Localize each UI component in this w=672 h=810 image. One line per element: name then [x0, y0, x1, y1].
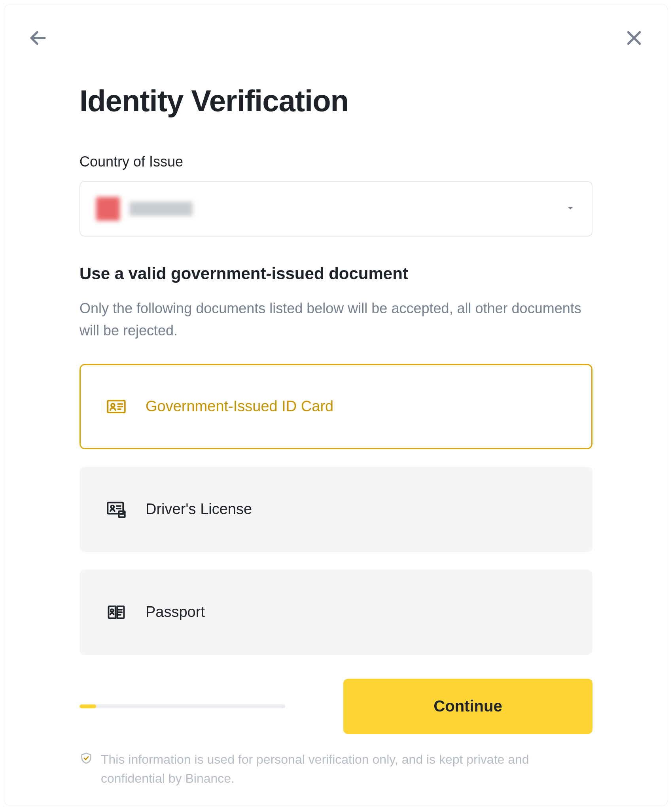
disclaimer-text: This information is used for personal ve…	[101, 750, 592, 788]
page-title: Identity Verification	[80, 83, 592, 118]
country-label: Country of Issue	[80, 153, 592, 170]
modal-content: Identity Verification Country of Issue U…	[28, 83, 644, 788]
close-icon	[624, 28, 644, 48]
disclaimer: This information is used for personal ve…	[80, 750, 592, 788]
option-label: Driver's License	[146, 501, 252, 518]
option-label: Passport	[146, 604, 205, 621]
verification-modal: Identity Verification Country of Issue U…	[4, 4, 668, 806]
country-select-value	[96, 197, 193, 221]
svg-point-4	[111, 403, 115, 407]
svg-point-15	[111, 609, 114, 612]
country-select[interactable]	[80, 181, 592, 237]
option-label: Government-Issued ID Card	[146, 398, 333, 415]
continue-button[interactable]: Continue	[343, 679, 592, 734]
option-drivers-license[interactable]: Driver's License	[80, 467, 592, 552]
shield-check-icon	[80, 751, 93, 765]
id-card-icon	[106, 396, 127, 417]
progress-fill	[80, 704, 96, 708]
document-subheading: Only the following documents listed belo…	[80, 297, 592, 342]
chevron-down-icon	[565, 202, 576, 215]
close-button[interactable]	[624, 28, 644, 48]
footer-row: Continue	[80, 679, 592, 734]
modal-top-bar	[28, 28, 644, 48]
arrow-left-icon	[28, 28, 48, 48]
country-name-redacted	[129, 202, 193, 216]
drivers-license-icon	[106, 499, 127, 520]
progress-bar	[80, 704, 285, 708]
option-id-card[interactable]: Government-Issued ID Card	[80, 364, 592, 449]
document-heading: Use a valid government-issued document	[80, 264, 592, 283]
option-passport[interactable]: Passport	[80, 570, 592, 655]
passport-icon	[106, 602, 127, 623]
svg-point-9	[111, 505, 114, 508]
back-button[interactable]	[28, 28, 48, 48]
flag-icon	[96, 197, 120, 221]
